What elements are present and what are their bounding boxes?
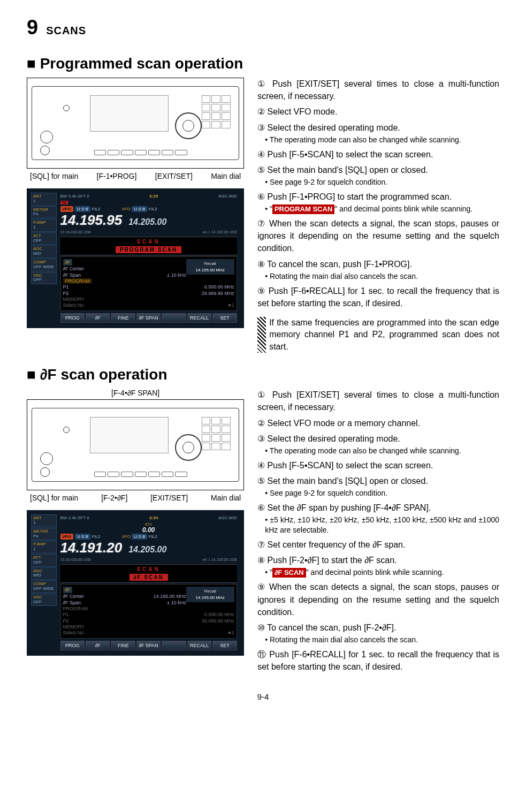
step-11: ⑪ Push [F-6•RECALL] for 1 sec. to recall… — [257, 648, 499, 673]
radio-front-panel-diagram — [27, 78, 244, 169]
sql-knob-outline — [40, 452, 53, 465]
lcd-screen-outline — [90, 95, 169, 132]
softkey-set[interactable]: SET — [212, 313, 237, 323]
bandwidth-readout: BW 2.4k SFT 0 — [60, 194, 89, 199]
softkey-row-outline — [94, 472, 187, 477]
step-3: ③ Select the desired operating mode.• Th… — [257, 122, 499, 145]
main-frequency: 14.195.95 — [60, 213, 123, 227]
softkey-set[interactable]: SET — [212, 641, 237, 650]
phones-jack-outline — [40, 467, 50, 477]
step-8: ⑧ Push [F-2•∂F] to start the ∂F scan. • … — [257, 554, 499, 578]
section1-title: ■ Programmed scan operation — [27, 55, 499, 72]
section1-steps: ① Push [EXIT/SET] several times to close… — [257, 78, 499, 309]
softkey-blank — [162, 641, 186, 650]
jack-outline — [63, 105, 70, 111]
agc-readout: AGC-MID — [218, 194, 237, 199]
step-7: ⑦ Set center frequency of the ∂F span. — [257, 538, 499, 551]
program-scan-badge: PROGRAM SCAN — [116, 246, 181, 253]
callout-exitset: [EXIT/SET] — [155, 172, 193, 180]
step-4: ④ Push [F-5•SCAN] to select the scan scr… — [257, 459, 499, 472]
step-1: ① Push [EXIT/SET] several times to close… — [257, 389, 499, 413]
note-block: If the same frequencies are programmed i… — [257, 317, 499, 353]
softkey-prog[interactable]: PROG — [60, 641, 85, 650]
page-header: 9 SCANS — [27, 16, 499, 39]
recall-box: Recall 14.195.00 MHz — [186, 259, 234, 275]
chapter-title: SCANS — [46, 25, 86, 37]
diagram-callouts-2: [SQL] for main [F-2•∂F] [EXIT/SET] Main … — [27, 494, 244, 502]
step-3: ③ Select the desired operating mode.• Th… — [257, 432, 499, 456]
callout-sql: [SQL] for main — [30, 494, 78, 502]
vfo-badge: VFO — [60, 206, 73, 212]
softkey-row-outline — [94, 150, 187, 155]
main-dial-outline — [175, 434, 202, 461]
lcd-screenshot-df-scan: ANT1 METERPo P.AMP1 ATTOFF AGCMID COMPOF… — [27, 510, 244, 656]
step-8: ⑧ To cancel the scan, push [F-1•PROG].• … — [257, 258, 499, 282]
page-number: 9-4 — [27, 692, 499, 701]
callout-sql: [SQL] for main — [30, 172, 78, 180]
softkey-df[interactable]: ∂F — [86, 313, 110, 323]
tx-indicator: TX — [60, 201, 68, 204]
diagram-callouts: [SQL] for main [F-1•PROG] [EXIT/SET] Mai… — [27, 172, 244, 180]
radio-front-panel-diagram-2 — [27, 399, 244, 490]
recall-box: Recall 14.195.00 MHz — [186, 587, 234, 602]
phones-jack-outline — [40, 146, 50, 155]
step-1: ① Push [EXIT/SET] several times to close… — [257, 78, 499, 102]
clock: 6:23 — [149, 194, 158, 199]
df-scan-badge: ∂F SCAN — [129, 574, 168, 581]
softkey-dfspan[interactable]: ∂F SPAN — [136, 641, 161, 650]
df-scan-inline-badge: ∂F SCAN — [272, 568, 306, 578]
mode-badge: U S B — [75, 206, 90, 212]
scan-settings-panel: Recall 14.195.00 MHz ∂F ∂F Center ∂F Spa… — [60, 256, 237, 311]
sub-frequency: 14.205.00 — [128, 217, 166, 227]
sql-knob-outline — [40, 131, 53, 143]
program-scan-inline-badge: PROGRAM SCAN — [272, 204, 334, 214]
softkey-recall[interactable]: RECALL — [187, 641, 211, 650]
lcd-screenshot-program-scan: ANT1 METERPo P.AMP1 ATTOFF AGCMID COMPOF… — [27, 188, 244, 328]
step-6: ⑥ Push [F-1•PROG] to start the programme… — [257, 191, 499, 214]
softkey-dfspan[interactable]: ∂F SPAN — [136, 313, 161, 323]
softkey-recall[interactable]: RECALL — [187, 313, 211, 323]
lcd-sidebar: ANT1 METERPo P.AMP1 ATTOFF AGCMID COMPOF… — [31, 193, 57, 285]
hatch-decoration — [257, 317, 266, 353]
step-5: ⑤ Set the main band's [SQL] open or clos… — [257, 475, 499, 498]
clock: 6:24 — [149, 515, 158, 520]
step-4: ④ Push [F-5•SCAN] to select the scan scr… — [257, 148, 499, 161]
softkey-bar: PROG ∂F FINE ∂F SPAN RECALL SET — [60, 641, 237, 650]
atx-value: 0.00 — [60, 526, 237, 534]
step-5: ⑤ Set the main band's [SQL] open or clos… — [257, 164, 499, 187]
section2-title: ■ ∂F scan operation — [27, 366, 499, 383]
callout-exitset: [EXIT/SET] — [150, 494, 188, 502]
note-text: If the same frequencies are programmed i… — [269, 317, 499, 353]
chapter-number: 9 — [27, 16, 38, 39]
scan-header: SCAN ∂F SCAN — [60, 564, 237, 583]
step-6: ⑥ Set the ∂F span by pushing [F-4•∂F SPA… — [257, 502, 499, 535]
main-frequency: 14.191.20 — [60, 541, 123, 555]
scan-settings-panel: Recall 14.195.00 MHz ∂F ∂F Center14.195.… — [60, 584, 237, 639]
keypad-outline — [202, 95, 231, 128]
softkey-bar: PROG ∂F FINE ∂F SPAN RECALL SET — [60, 313, 237, 323]
scan-header: SCAN PROGRAM SCAN — [60, 237, 237, 255]
jack-outline — [63, 427, 70, 433]
section2-steps: ① Push [EXIT/SET] several times to close… — [257, 389, 499, 673]
softkey-df[interactable]: ∂F — [86, 641, 110, 650]
lcd-sidebar: ANT1 METERPo P.AMP1 ATTOFF AGCMID COMPOF… — [31, 514, 57, 606]
top-callout: [F-4•∂F SPAN] — [27, 389, 244, 397]
keypad-outline — [202, 417, 231, 450]
step-9: ⑨ Push [F-6•RECALL] for 1 sec. to recall… — [257, 285, 499, 309]
step-2: ② Select VFO mode. — [257, 105, 499, 118]
step-10: ⑩ To cancel the scan, push [F-2•∂F].• Ro… — [257, 621, 499, 645]
sub-frequency: 14.205.00 — [128, 545, 166, 555]
step-2: ② Select VFO mode or a memory channel. — [257, 417, 499, 429]
softkey-fine[interactable]: FINE — [111, 313, 135, 323]
softkey-fine[interactable]: FINE — [111, 641, 135, 650]
callout-maindial: Main dial — [211, 494, 241, 502]
callout-maindial: Main dial — [211, 172, 241, 180]
lcd-screen-outline — [90, 417, 169, 453]
main-dial-outline — [175, 112, 202, 139]
step-7: ⑦ When the scan detects a signal, the sc… — [257, 217, 499, 255]
callout-f1prog: [F-1•PROG] — [97, 172, 137, 180]
softkey-blank — [162, 313, 186, 323]
step-9: ⑨ When the scan detects a signal, the sc… — [257, 581, 499, 618]
softkey-prog[interactable]: PROG — [60, 313, 85, 323]
callout-f2df: [F-2•∂F] — [101, 494, 127, 502]
